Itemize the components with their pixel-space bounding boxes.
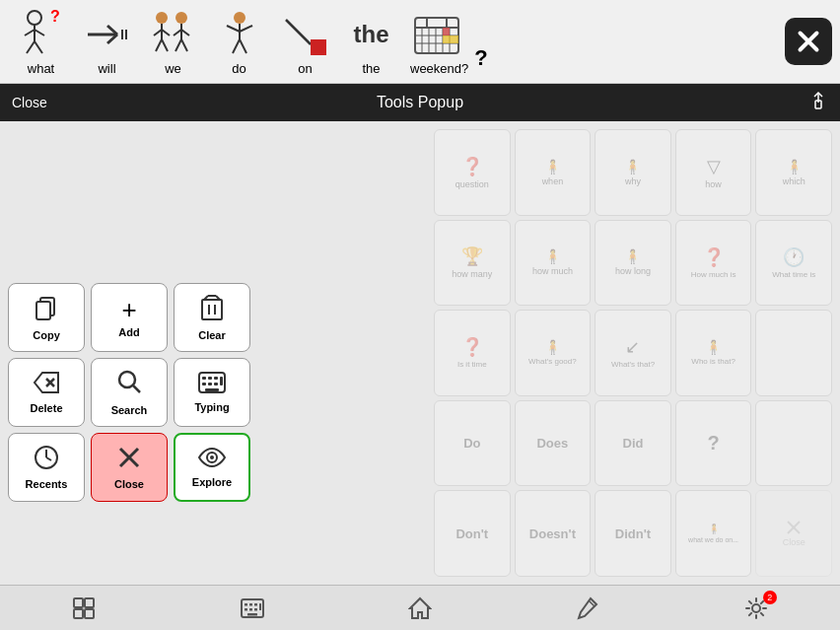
svg-point-94 [752, 604, 760, 612]
clear-button[interactable]: Clear [174, 283, 250, 352]
grid-cell-question[interactable]: ❓ question [434, 129, 511, 216]
typing-icon [198, 372, 226, 397]
delete-icon [33, 371, 60, 398]
svg-line-20 [174, 30, 181, 35]
typing-label: Typing [194, 401, 229, 413]
svg-rect-31 [311, 39, 326, 55]
svg-rect-49 [36, 302, 50, 319]
will-icon [80, 7, 134, 61]
svg-line-16 [156, 39, 162, 51]
recents-icon [34, 445, 59, 474]
svg-line-72 [46, 457, 51, 460]
grid-cell-how-much[interactable]: 🧍 how much [515, 220, 592, 307]
close-tool-button[interactable]: Close [91, 433, 168, 502]
svg-line-28 [233, 39, 240, 53]
svg-line-2 [25, 30, 35, 35]
sentence-word-on[interactable]: on [278, 7, 332, 76]
search-label: Search [111, 404, 148, 416]
grid-cell-didnt[interactable]: Didn't [595, 490, 671, 577]
grid-cell-question-mark[interactable]: ? [675, 400, 752, 487]
svg-line-3 [35, 30, 44, 35]
svg-rect-65 [202, 383, 206, 385]
svg-rect-50 [202, 300, 222, 319]
what-label: what [28, 61, 54, 76]
add-button[interactable]: + Add [91, 283, 168, 352]
grid-cell-what-time-is[interactable]: 🕐 What time is [755, 220, 832, 307]
tools-share-button[interactable] [808, 91, 828, 115]
grid-cell-how-many[interactable]: 🏆 how many [434, 220, 511, 307]
grid-cell-did[interactable]: Did [595, 400, 671, 487]
grid-cell-whats-good[interactable]: 🧍 What's good? [515, 310, 592, 396]
grid-cell-doesnt[interactable]: Doesn't [515, 490, 592, 577]
svg-line-21 [181, 30, 189, 35]
svg-rect-87 [245, 608, 247, 611]
tools-panel: Copy + Add Clear [0, 275, 258, 585]
recents-button[interactable]: Recents [8, 433, 85, 502]
grid-cell-which[interactable]: 🧍 which [755, 129, 832, 216]
delete-button[interactable]: Delete [8, 358, 85, 427]
what-icon: ? [14, 7, 68, 61]
we-label: we [165, 61, 181, 76]
do-label: do [232, 61, 245, 76]
nav-keyboard-button[interactable] [230, 589, 275, 628]
on-label: on [298, 61, 312, 76]
svg-rect-43 [443, 35, 450, 43]
close-tool-label: Close [114, 478, 144, 490]
svg-line-4 [27, 41, 35, 53]
svg-line-30 [286, 20, 311, 44]
grid-cell-why[interactable]: 🧍 why [595, 129, 671, 216]
grid-cell-what-we-do[interactable]: 🧍 what we do on... [675, 490, 752, 577]
svg-line-27 [240, 26, 252, 32]
main-content: Copy + Add Clear [0, 121, 840, 585]
will-label: will [98, 61, 115, 76]
sentence-close-button[interactable] [785, 18, 832, 65]
grid-cell-does[interactable]: Does [515, 400, 592, 487]
grid-cell-empty-2[interactable] [755, 400, 832, 487]
grid-cell-when[interactable]: 🧍 when [515, 129, 592, 216]
explore-button[interactable]: Explore [174, 433, 250, 502]
grid-cell-dont[interactable]: Don't [434, 490, 511, 577]
nav-settings-button[interactable]: 2 [734, 589, 779, 628]
svg-rect-82 [85, 609, 94, 618]
grid-cell-how[interactable]: ▽ how [675, 129, 752, 216]
svg-rect-64 [214, 377, 218, 380]
sentence-word-will[interactable]: will [80, 7, 134, 76]
svg-point-18 [175, 12, 187, 24]
sentence-word-we[interactable]: we [146, 7, 200, 76]
nav-grid-button[interactable] [61, 589, 106, 628]
grid-cell-empty-1[interactable] [755, 310, 832, 396]
grid-cell-how-long[interactable]: 🧍 how long [595, 220, 671, 307]
svg-rect-81 [74, 609, 83, 618]
nav-home-button[interactable] [397, 589, 443, 628]
sentence-word-what[interactable]: ? what [14, 7, 68, 76]
grid-cell-whats-that[interactable]: ↙ What's that? [595, 310, 671, 396]
grid-cell-who-is-that[interactable]: 🧍 Who is that? [675, 310, 752, 396]
grid-cell-do[interactable]: Do [434, 400, 511, 487]
explore-label: Explore [192, 476, 232, 488]
svg-line-14 [154, 30, 162, 35]
tools-close-link[interactable]: Close [12, 95, 47, 110]
svg-line-17 [162, 39, 168, 51]
nav-pen-button[interactable] [565, 589, 610, 628]
svg-rect-85 [249, 603, 252, 606]
typing-button[interactable]: Typing [174, 358, 250, 427]
settings-badge: 2 [763, 591, 777, 604]
grid-area: ❓ question 🧍 when 🧍 why ▽ how 🧍 which 🏆 … [426, 121, 840, 585]
sentence-word-do[interactable]: do [212, 7, 266, 76]
sentence-bar: ? what will [0, 0, 840, 84]
grid-cell-close[interactable]: Close [755, 490, 832, 577]
svg-rect-44 [450, 35, 458, 43]
grid-cell-is-it-time[interactable]: ❓ Is it time [434, 310, 511, 396]
clear-label: Clear [198, 329, 226, 341]
svg-rect-88 [249, 608, 252, 611]
recents-label: Recents [26, 478, 68, 490]
svg-line-15 [162, 30, 170, 35]
search-button[interactable]: Search [91, 358, 168, 427]
copy-button[interactable]: Copy [8, 283, 85, 352]
sentence-word-weekend[interactable]: weekend? [410, 7, 468, 76]
svg-marker-92 [410, 598, 430, 618]
grid-cell-how-much-is[interactable]: ❓ How much is [675, 220, 752, 307]
svg-line-29 [240, 39, 246, 53]
svg-rect-69 [205, 388, 219, 391]
sentence-word-the[interactable]: the the [344, 7, 398, 76]
